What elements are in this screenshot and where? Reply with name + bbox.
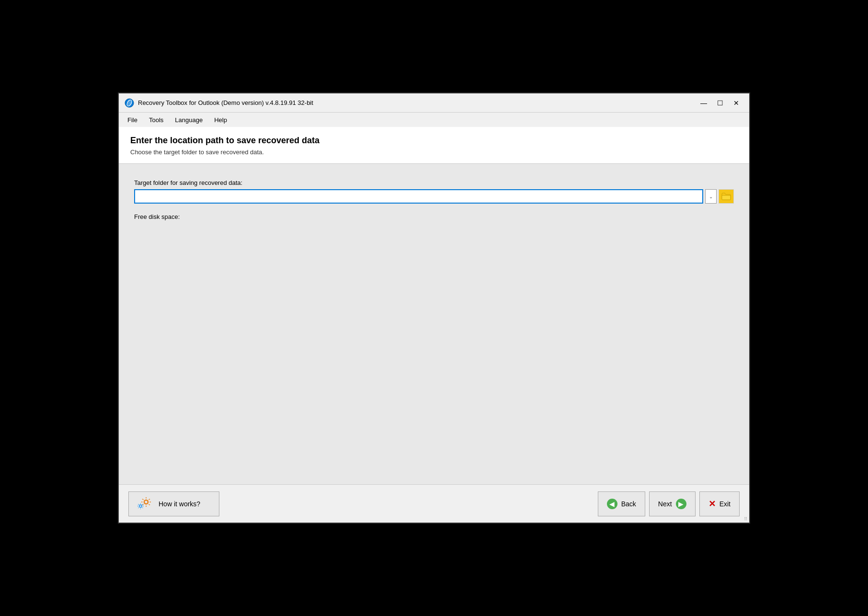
exit-label: Exit bbox=[720, 500, 731, 508]
title-bar: Recovery Toolbox for Outlook (Demo versi… bbox=[119, 93, 749, 113]
svg-point-3 bbox=[139, 504, 142, 507]
menu-help[interactable]: Help bbox=[209, 114, 232, 125]
main-window: Recovery Toolbox for Outlook (Demo versi… bbox=[118, 92, 750, 524]
page-subtitle: Choose the target folder to save recover… bbox=[130, 148, 738, 156]
next-label: Next bbox=[658, 500, 672, 508]
folder-input-row: ⌄ bbox=[134, 189, 734, 204]
disk-space-label: Free disk space: bbox=[134, 213, 734, 220]
folder-icon bbox=[721, 193, 731, 200]
dropdown-arrow-button[interactable]: ⌄ bbox=[705, 189, 717, 204]
gears-svg bbox=[137, 495, 155, 513]
maximize-button[interactable]: ☐ bbox=[713, 97, 727, 109]
page-title: Enter the location path to save recovere… bbox=[130, 136, 738, 146]
gears-icon bbox=[137, 495, 155, 513]
next-button[interactable]: Next ▶ bbox=[649, 491, 696, 516]
close-button[interactable]: ✕ bbox=[729, 97, 743, 109]
next-icon: ▶ bbox=[676, 499, 686, 509]
exit-button[interactable]: ✕ Exit bbox=[699, 491, 740, 516]
folder-label: Target folder for saving recovered data: bbox=[134, 179, 734, 186]
footer-right: ◀ Back Next ▶ ✕ Exit bbox=[598, 491, 740, 516]
menu-language[interactable]: Language bbox=[170, 114, 207, 125]
window-title: Recovery Toolbox for Outlook (Demo versi… bbox=[138, 99, 313, 106]
resize-grip: ⠿ bbox=[744, 516, 747, 522]
title-bar-left: Recovery Toolbox for Outlook (Demo versi… bbox=[125, 98, 313, 108]
menu-bar: File Tools Language Help bbox=[119, 113, 749, 127]
back-icon: ◀ bbox=[607, 499, 617, 509]
folder-path-input[interactable] bbox=[134, 189, 703, 204]
header-section: Enter the location path to save recovere… bbox=[119, 127, 749, 164]
main-content: Target folder for saving recovered data:… bbox=[119, 164, 749, 484]
title-bar-controls: — ☐ ✕ bbox=[697, 97, 743, 109]
menu-tools[interactable]: Tools bbox=[144, 114, 168, 125]
svg-point-2 bbox=[144, 500, 148, 504]
back-label: Back bbox=[621, 500, 636, 508]
app-icon bbox=[125, 98, 134, 108]
exit-icon: ✕ bbox=[708, 499, 716, 509]
browse-folder-button[interactable] bbox=[719, 189, 734, 204]
how-it-works-label: How it works? bbox=[159, 500, 200, 508]
footer: How it works? ◀ Back Next ▶ ✕ Exit bbox=[119, 484, 749, 523]
menu-file[interactable]: File bbox=[123, 114, 142, 125]
minimize-button[interactable]: — bbox=[697, 97, 711, 109]
how-it-works-button[interactable]: How it works? bbox=[128, 491, 219, 516]
back-button[interactable]: ◀ Back bbox=[598, 491, 645, 516]
footer-left: How it works? bbox=[128, 491, 219, 516]
